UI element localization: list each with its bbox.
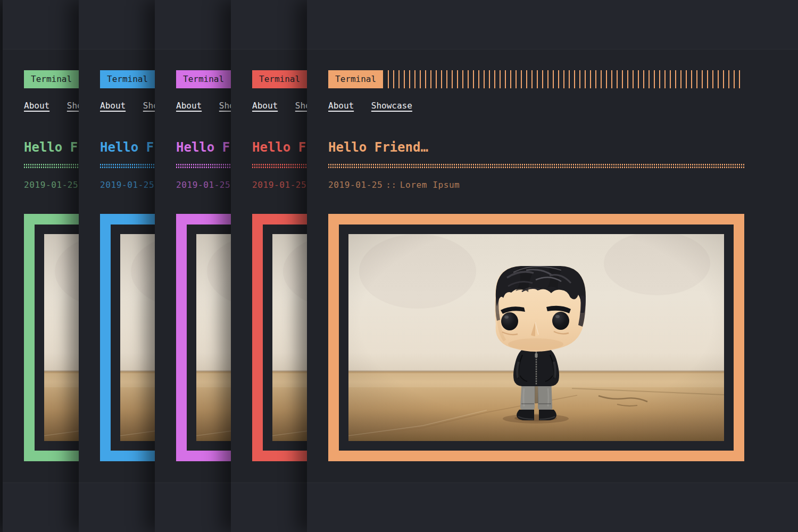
post-date: 2019-01-25 [176, 180, 230, 190]
post-meta-separator: :: [386, 180, 396, 190]
post-category: Lorem Ipsum [400, 180, 460, 190]
nav-link-about[interactable]: About [24, 101, 49, 111]
nav-link-about[interactable]: About [328, 101, 354, 111]
nav-link-about[interactable]: About [176, 101, 202, 111]
post-date: 2019-01-25 [252, 180, 306, 190]
funko-figure-photo [348, 234, 724, 441]
post-date: 2019-01-25 [328, 180, 383, 190]
site-logo[interactable]: Terminal [100, 70, 155, 88]
site-logo[interactable]: Terminal [24, 70, 79, 88]
nav-link-showcase[interactable]: Showcase [371, 101, 412, 111]
site-logo[interactable]: Terminal [176, 70, 231, 88]
nav-link-about[interactable]: About [100, 101, 126, 111]
site-logo[interactable]: Terminal [252, 70, 307, 88]
nav-link-about[interactable]: About [252, 101, 278, 111]
post-image-frame [328, 214, 744, 461]
site-page: Terminal About Showcase Hello Friend… 20… [307, 49, 798, 483]
site-header: Terminal [328, 70, 744, 88]
header-bars-decoration [388, 70, 744, 88]
site-nav: About Showcase [328, 100, 425, 112]
panel-bottom-strip [307, 483, 798, 532]
post-title: Hello Friend… [328, 139, 428, 155]
post-meta: 2019-01-25::Lorem Ipsum [328, 180, 460, 190]
panel-top-strip [307, 0, 798, 49]
theme-showcase-canvas: Terminal About Showcase Hello Friend… 20… [0, 0, 798, 532]
post-date: 2019-01-25 [24, 180, 78, 190]
site-logo[interactable]: Terminal [328, 70, 383, 88]
post-title-divider [328, 164, 744, 168]
post-date: 2019-01-25 [100, 180, 154, 190]
theme-panel-orange: Terminal About Showcase Hello Friend… 20… [307, 0, 798, 532]
